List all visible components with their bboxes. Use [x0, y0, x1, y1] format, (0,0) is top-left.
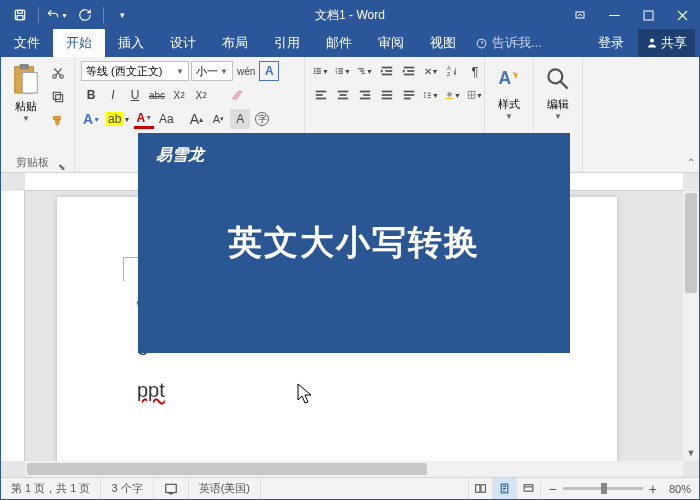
format-painter-button[interactable] — [48, 111, 68, 131]
svg-point-19 — [314, 72, 316, 74]
align-left-button[interactable] — [311, 85, 331, 105]
view-web-button[interactable] — [516, 478, 540, 500]
char-shading-button[interactable]: A — [230, 109, 250, 129]
window-controls — [563, 1, 699, 29]
increase-indent-button[interactable] — [399, 61, 419, 81]
decrease-indent-button[interactable] — [377, 61, 397, 81]
svg-text:A: A — [499, 68, 512, 88]
svg-rect-9 — [19, 64, 28, 70]
svg-rect-26 — [338, 73, 343, 74]
tab-file[interactable]: 文件 — [1, 29, 53, 57]
shading-button[interactable]: ▼ — [443, 85, 463, 105]
status-language[interactable]: 英语(美国) — [189, 478, 261, 499]
show-marks-button[interactable]: ¶ — [465, 61, 485, 81]
tab-insert[interactable]: 插入 — [105, 29, 157, 57]
distributed-button[interactable] — [399, 85, 419, 105]
collapse-ribbon-button[interactable]: ⌃ — [687, 157, 695, 168]
highlight-button[interactable]: ab▼ — [104, 109, 132, 129]
save-button[interactable] — [7, 3, 33, 27]
zoom-slider[interactable] — [563, 487, 643, 490]
svg-text:3: 3 — [336, 71, 338, 75]
underline-button[interactable]: U — [125, 85, 145, 105]
svg-rect-33 — [404, 67, 415, 69]
line-spacing-button[interactable]: ▼ — [421, 85, 441, 105]
svg-point-17 — [314, 70, 316, 72]
tab-view[interactable]: 视图 — [417, 29, 469, 57]
superscript-button[interactable]: X2 — [191, 85, 211, 105]
subscript-button[interactable]: X2 — [169, 85, 189, 105]
status-wordcount[interactable]: 3 个字 — [101, 478, 153, 499]
clipboard-launcher[interactable]: ⬊ — [58, 162, 68, 172]
grow-font-button[interactable]: A▴ — [186, 109, 206, 129]
asian-layout-button[interactable]: ✕▼ — [421, 61, 441, 81]
qat-customize-button[interactable]: ▾ — [109, 3, 135, 27]
zoom-percent[interactable]: 80% — [669, 483, 691, 495]
font-name-combo[interactable]: 等线 (西文正文)▼ — [81, 61, 189, 81]
bullets-button[interactable]: ▼ — [311, 61, 331, 81]
align-center-button[interactable] — [333, 85, 353, 105]
bold-button[interactable]: B — [81, 85, 101, 105]
enclose-char-button[interactable]: 字 — [252, 109, 272, 129]
font-color-button[interactable]: A▼ — [134, 109, 154, 129]
tab-design[interactable]: 设计 — [157, 29, 209, 57]
tell-me-search[interactable]: 告诉我... — [475, 29, 542, 57]
tab-review[interactable]: 审阅 — [365, 29, 417, 57]
shrink-font-button[interactable]: A▾ — [208, 109, 228, 129]
doc-text-line[interactable]: ppt — [137, 379, 165, 402]
overlay-banner: 易雪龙 英文大小写转换 — [138, 133, 570, 353]
undo-button[interactable]: ▼ — [44, 3, 70, 27]
tab-layout[interactable]: 布局 — [209, 29, 261, 57]
borders-button[interactable]: ▼ — [465, 85, 485, 105]
strike-button[interactable]: abc — [147, 85, 167, 105]
paste-button[interactable]: 粘贴 ▼ — [7, 61, 45, 123]
horizontal-scrollbar[interactable] — [25, 461, 683, 477]
multilevel-button[interactable]: ▼ — [355, 61, 375, 81]
copy-button[interactable] — [48, 87, 68, 107]
svg-rect-44 — [360, 91, 371, 93]
sort-button[interactable]: AZ — [443, 61, 463, 81]
overlay-brand: 易雪龙 — [156, 145, 204, 166]
change-case-button[interactable]: Aa — [156, 109, 176, 129]
ribbon-options-button[interactable] — [563, 1, 597, 29]
clear-format-button[interactable] — [227, 85, 247, 105]
repeat-button[interactable] — [72, 3, 98, 27]
svg-rect-38 — [316, 91, 327, 93]
svg-rect-31 — [385, 70, 392, 72]
share-button[interactable]: 共享 — [638, 29, 695, 57]
svg-rect-18 — [316, 70, 321, 71]
italic-button[interactable]: I — [103, 85, 123, 105]
justify-button[interactable] — [377, 85, 397, 105]
align-right-button[interactable] — [355, 85, 375, 105]
tab-home[interactable]: 开始 — [53, 29, 105, 57]
minimize-button[interactable] — [597, 1, 631, 29]
text-effects-button[interactable]: A▼ — [81, 109, 102, 129]
svg-rect-29 — [362, 73, 365, 74]
status-spellcheck[interactable] — [154, 478, 189, 499]
svg-point-15 — [314, 68, 316, 70]
maximize-button[interactable] — [631, 1, 665, 29]
svg-rect-62 — [481, 485, 485, 493]
svg-point-59 — [548, 69, 562, 83]
zoom-control: − + 80% — [540, 481, 699, 497]
svg-rect-53 — [428, 93, 431, 94]
char-border-button[interactable]: A — [259, 61, 279, 81]
login-button[interactable]: 登录 — [588, 34, 634, 52]
numbering-button[interactable]: 123▼ — [333, 61, 353, 81]
font-size-combo[interactable]: 小一▼ — [191, 61, 233, 81]
svg-rect-2 — [17, 16, 23, 20]
close-button[interactable] — [665, 1, 699, 29]
vertical-scrollbar[interactable]: ▲▼ — [683, 191, 699, 461]
phonetic-guide-button[interactable]: wén — [235, 61, 257, 81]
cut-button[interactable] — [48, 63, 68, 83]
svg-rect-30 — [382, 67, 393, 69]
status-bar: 第 1 页，共 1 页 3 个字 英语(美国) − + 80% — [1, 477, 699, 499]
tab-mailings[interactable]: 邮件 — [313, 29, 365, 57]
view-read-button[interactable] — [468, 478, 492, 500]
zoom-in-button[interactable]: + — [649, 481, 657, 497]
vertical-ruler[interactable] — [1, 191, 25, 461]
status-page[interactable]: 第 1 页，共 1 页 — [1, 478, 101, 499]
zoom-out-button[interactable]: − — [549, 481, 557, 497]
view-print-button[interactable] — [492, 478, 516, 500]
tab-references[interactable]: 引用 — [261, 29, 313, 57]
svg-rect-34 — [407, 70, 414, 72]
